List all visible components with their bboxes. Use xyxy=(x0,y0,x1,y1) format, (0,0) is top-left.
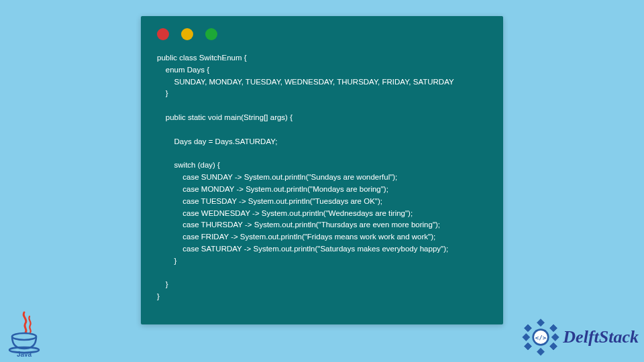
code-window: public class SwitchEnum { enum Days { SU… xyxy=(141,16,503,324)
svg-marker-4 xyxy=(552,334,559,341)
svg-point-0 xyxy=(12,333,36,340)
code-content: public class SwitchEnum { enum Days { SU… xyxy=(141,40,503,316)
svg-marker-7 xyxy=(525,343,532,350)
java-logo-icon: Java xyxy=(5,310,46,357)
svg-marker-9 xyxy=(525,324,532,332)
window-controls xyxy=(141,16,503,40)
maximize-icon xyxy=(205,28,217,40)
svg-text:</>: </> xyxy=(535,335,547,341)
minimize-icon xyxy=(181,28,193,40)
svg-marker-3 xyxy=(550,324,557,332)
svg-marker-6 xyxy=(537,348,545,355)
svg-marker-2 xyxy=(537,319,545,326)
delftstack-logo-text: DelftStack xyxy=(563,327,639,347)
java-logo-text: Java xyxy=(17,351,32,357)
delftstack-badge-icon: </> xyxy=(521,318,560,357)
svg-marker-5 xyxy=(550,343,557,350)
close-icon xyxy=(157,28,169,40)
svg-marker-8 xyxy=(523,334,530,341)
delftstack-logo: </> DelftStack xyxy=(521,318,639,357)
